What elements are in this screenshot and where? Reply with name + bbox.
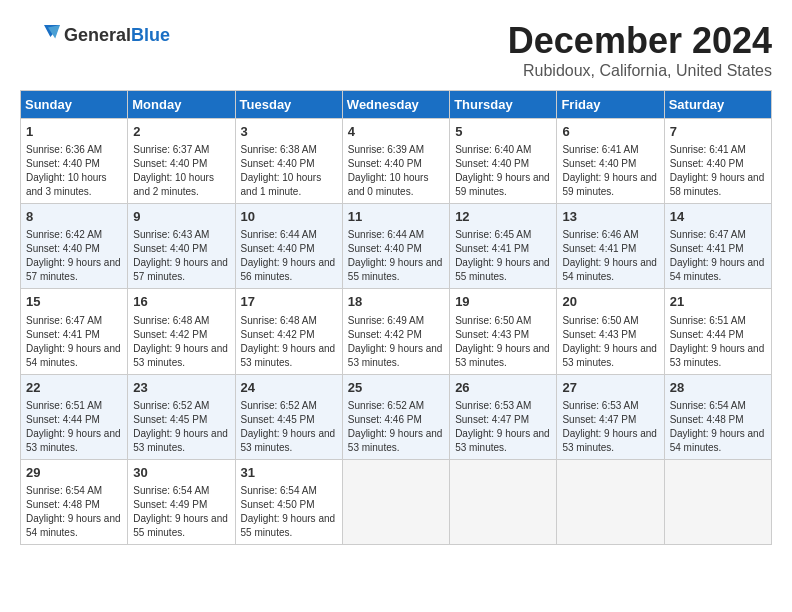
day-cell-9: 9Sunrise: 6:43 AMSunset: 4:40 PMDaylight… bbox=[128, 204, 235, 289]
day-number: 5 bbox=[455, 123, 551, 141]
day-number: 19 bbox=[455, 293, 551, 311]
day-cell-3: 3Sunrise: 6:38 AMSunset: 4:40 PMDaylight… bbox=[235, 119, 342, 204]
day-number: 27 bbox=[562, 379, 658, 397]
logo-general: General bbox=[64, 25, 131, 45]
day-number: 28 bbox=[670, 379, 766, 397]
empty-cell bbox=[557, 459, 664, 544]
day-number: 9 bbox=[133, 208, 229, 226]
location-title: Rubidoux, California, United States bbox=[508, 62, 772, 80]
day-cell-17: 17Sunrise: 6:48 AMSunset: 4:42 PMDayligh… bbox=[235, 289, 342, 374]
day-cell-16: 16Sunrise: 6:48 AMSunset: 4:42 PMDayligh… bbox=[128, 289, 235, 374]
day-cell-26: 26Sunrise: 6:53 AMSunset: 4:47 PMDayligh… bbox=[450, 374, 557, 459]
day-cell-11: 11Sunrise: 6:44 AMSunset: 4:40 PMDayligh… bbox=[342, 204, 449, 289]
logo: GeneralBlue bbox=[20, 20, 170, 50]
day-number: 2 bbox=[133, 123, 229, 141]
empty-cell bbox=[450, 459, 557, 544]
day-info: Sunrise: 6:53 AMSunset: 4:47 PMDaylight:… bbox=[562, 400, 657, 453]
day-cell-6: 6Sunrise: 6:41 AMSunset: 4:40 PMDaylight… bbox=[557, 119, 664, 204]
title-area: December 2024 Rubidoux, California, Unit… bbox=[508, 20, 772, 80]
day-info: Sunrise: 6:38 AMSunset: 4:40 PMDaylight:… bbox=[241, 144, 322, 197]
day-number: 8 bbox=[26, 208, 122, 226]
day-info: Sunrise: 6:41 AMSunset: 4:40 PMDaylight:… bbox=[670, 144, 765, 197]
calendar-table: SundayMondayTuesdayWednesdayThursdayFrid… bbox=[20, 90, 772, 545]
day-cell-14: 14Sunrise: 6:47 AMSunset: 4:41 PMDayligh… bbox=[664, 204, 771, 289]
day-info: Sunrise: 6:54 AMSunset: 4:48 PMDaylight:… bbox=[670, 400, 765, 453]
day-info: Sunrise: 6:37 AMSunset: 4:40 PMDaylight:… bbox=[133, 144, 214, 197]
day-info: Sunrise: 6:48 AMSunset: 4:42 PMDaylight:… bbox=[241, 315, 336, 368]
page-header: GeneralBlue December 2024 Rubidoux, Cali… bbox=[20, 20, 772, 80]
header-friday: Friday bbox=[557, 91, 664, 119]
day-info: Sunrise: 6:46 AMSunset: 4:41 PMDaylight:… bbox=[562, 229, 657, 282]
day-info: Sunrise: 6:53 AMSunset: 4:47 PMDaylight:… bbox=[455, 400, 550, 453]
day-info: Sunrise: 6:51 AMSunset: 4:44 PMDaylight:… bbox=[26, 400, 121, 453]
day-number: 21 bbox=[670, 293, 766, 311]
day-cell-22: 22Sunrise: 6:51 AMSunset: 4:44 PMDayligh… bbox=[21, 374, 128, 459]
day-info: Sunrise: 6:42 AMSunset: 4:40 PMDaylight:… bbox=[26, 229, 121, 282]
day-info: Sunrise: 6:39 AMSunset: 4:40 PMDaylight:… bbox=[348, 144, 429, 197]
day-number: 7 bbox=[670, 123, 766, 141]
day-cell-25: 25Sunrise: 6:52 AMSunset: 4:46 PMDayligh… bbox=[342, 374, 449, 459]
day-info: Sunrise: 6:52 AMSunset: 4:46 PMDaylight:… bbox=[348, 400, 443, 453]
header-wednesday: Wednesday bbox=[342, 91, 449, 119]
day-number: 18 bbox=[348, 293, 444, 311]
day-cell-2: 2Sunrise: 6:37 AMSunset: 4:40 PMDaylight… bbox=[128, 119, 235, 204]
day-cell-15: 15Sunrise: 6:47 AMSunset: 4:41 PMDayligh… bbox=[21, 289, 128, 374]
month-title: December 2024 bbox=[508, 20, 772, 62]
logo-blue: Blue bbox=[131, 25, 170, 45]
day-number: 23 bbox=[133, 379, 229, 397]
day-info: Sunrise: 6:54 AMSunset: 4:49 PMDaylight:… bbox=[133, 485, 228, 538]
day-cell-24: 24Sunrise: 6:52 AMSunset: 4:45 PMDayligh… bbox=[235, 374, 342, 459]
empty-cell bbox=[664, 459, 771, 544]
day-number: 6 bbox=[562, 123, 658, 141]
header-tuesday: Tuesday bbox=[235, 91, 342, 119]
header-saturday: Saturday bbox=[664, 91, 771, 119]
day-info: Sunrise: 6:48 AMSunset: 4:42 PMDaylight:… bbox=[133, 315, 228, 368]
day-info: Sunrise: 6:50 AMSunset: 4:43 PMDaylight:… bbox=[562, 315, 657, 368]
day-number: 12 bbox=[455, 208, 551, 226]
day-info: Sunrise: 6:44 AMSunset: 4:40 PMDaylight:… bbox=[348, 229, 443, 282]
day-cell-18: 18Sunrise: 6:49 AMSunset: 4:42 PMDayligh… bbox=[342, 289, 449, 374]
day-info: Sunrise: 6:40 AMSunset: 4:40 PMDaylight:… bbox=[455, 144, 550, 197]
header-thursday: Thursday bbox=[450, 91, 557, 119]
day-number: 20 bbox=[562, 293, 658, 311]
day-number: 29 bbox=[26, 464, 122, 482]
day-cell-21: 21Sunrise: 6:51 AMSunset: 4:44 PMDayligh… bbox=[664, 289, 771, 374]
day-cell-28: 28Sunrise: 6:54 AMSunset: 4:48 PMDayligh… bbox=[664, 374, 771, 459]
day-info: Sunrise: 6:50 AMSunset: 4:43 PMDaylight:… bbox=[455, 315, 550, 368]
day-number: 4 bbox=[348, 123, 444, 141]
day-cell-7: 7Sunrise: 6:41 AMSunset: 4:40 PMDaylight… bbox=[664, 119, 771, 204]
day-info: Sunrise: 6:36 AMSunset: 4:40 PMDaylight:… bbox=[26, 144, 107, 197]
day-info: Sunrise: 6:52 AMSunset: 4:45 PMDaylight:… bbox=[241, 400, 336, 453]
day-number: 24 bbox=[241, 379, 337, 397]
day-number: 22 bbox=[26, 379, 122, 397]
day-number: 14 bbox=[670, 208, 766, 226]
day-info: Sunrise: 6:43 AMSunset: 4:40 PMDaylight:… bbox=[133, 229, 228, 282]
day-cell-27: 27Sunrise: 6:53 AMSunset: 4:47 PMDayligh… bbox=[557, 374, 664, 459]
day-cell-5: 5Sunrise: 6:40 AMSunset: 4:40 PMDaylight… bbox=[450, 119, 557, 204]
day-number: 3 bbox=[241, 123, 337, 141]
day-cell-10: 10Sunrise: 6:44 AMSunset: 4:40 PMDayligh… bbox=[235, 204, 342, 289]
day-number: 16 bbox=[133, 293, 229, 311]
day-cell-4: 4Sunrise: 6:39 AMSunset: 4:40 PMDaylight… bbox=[342, 119, 449, 204]
day-number: 26 bbox=[455, 379, 551, 397]
day-info: Sunrise: 6:45 AMSunset: 4:41 PMDaylight:… bbox=[455, 229, 550, 282]
day-cell-30: 30Sunrise: 6:54 AMSunset: 4:49 PMDayligh… bbox=[128, 459, 235, 544]
day-info: Sunrise: 6:41 AMSunset: 4:40 PMDaylight:… bbox=[562, 144, 657, 197]
day-info: Sunrise: 6:47 AMSunset: 4:41 PMDaylight:… bbox=[26, 315, 121, 368]
day-info: Sunrise: 6:44 AMSunset: 4:40 PMDaylight:… bbox=[241, 229, 336, 282]
day-info: Sunrise: 6:49 AMSunset: 4:42 PMDaylight:… bbox=[348, 315, 443, 368]
day-cell-29: 29Sunrise: 6:54 AMSunset: 4:48 PMDayligh… bbox=[21, 459, 128, 544]
day-number: 15 bbox=[26, 293, 122, 311]
day-number: 10 bbox=[241, 208, 337, 226]
day-number: 25 bbox=[348, 379, 444, 397]
day-info: Sunrise: 6:51 AMSunset: 4:44 PMDaylight:… bbox=[670, 315, 765, 368]
day-number: 30 bbox=[133, 464, 229, 482]
day-number: 31 bbox=[241, 464, 337, 482]
empty-cell bbox=[342, 459, 449, 544]
day-cell-20: 20Sunrise: 6:50 AMSunset: 4:43 PMDayligh… bbox=[557, 289, 664, 374]
day-number: 13 bbox=[562, 208, 658, 226]
day-info: Sunrise: 6:54 AMSunset: 4:48 PMDaylight:… bbox=[26, 485, 121, 538]
day-number: 17 bbox=[241, 293, 337, 311]
day-info: Sunrise: 6:54 AMSunset: 4:50 PMDaylight:… bbox=[241, 485, 336, 538]
day-cell-23: 23Sunrise: 6:52 AMSunset: 4:45 PMDayligh… bbox=[128, 374, 235, 459]
